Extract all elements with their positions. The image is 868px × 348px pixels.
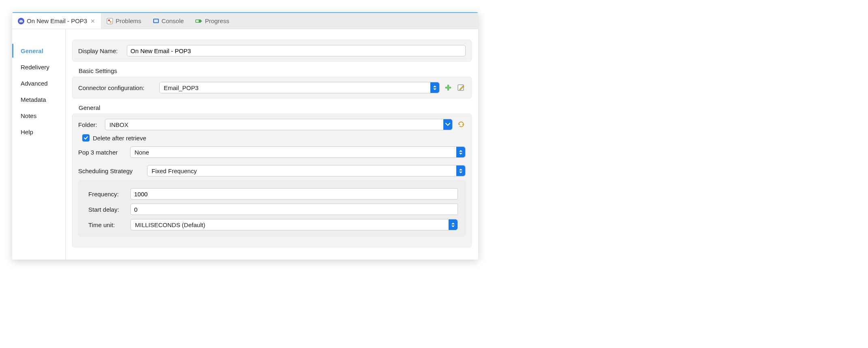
basic-settings-panel: Connector configuration: Email_POP3 — [72, 77, 472, 99]
time-unit-value: MILLISECONDS (Default) — [135, 221, 205, 228]
sidebar-item-label: Advanced — [21, 80, 48, 87]
display-name-input[interactable] — [127, 45, 466, 56]
updown-icon — [456, 147, 465, 157]
sidebar-item-label: General — [21, 47, 43, 54]
svg-point-3 — [108, 19, 110, 21]
delete-after-retrieve-checkbox[interactable] — [82, 134, 90, 142]
start-delay-label: Start delay: — [86, 206, 126, 213]
tab-progress[interactable]: Progress — [190, 13, 235, 29]
svg-rect-8 — [196, 20, 199, 22]
chevron-down-icon — [443, 119, 452, 130]
close-icon[interactable]: ✕ — [90, 18, 95, 24]
tab-console[interactable]: Console — [147, 13, 190, 29]
tab-label: Console — [162, 17, 184, 24]
connector-config-value: Email_POP3 — [164, 84, 199, 91]
frequency-label: Frequency: — [86, 191, 126, 198]
svg-rect-2 — [107, 18, 113, 24]
basic-settings-header: Basic Settings — [79, 67, 472, 74]
updown-icon — [456, 165, 465, 176]
delete-after-retrieve-row[interactable]: Delete after retrieve — [82, 134, 466, 142]
start-delay-input[interactable] — [130, 204, 458, 215]
sidebar-item-notes[interactable]: Notes — [12, 109, 65, 122]
pop3-matcher-value: None — [135, 149, 149, 156]
tab-editor[interactable]: On New Email - POP3 ✕ — [12, 13, 101, 29]
sidebar-item-label: Redelivery — [21, 64, 49, 71]
window: On New Email - POP3 ✕ Problems Console — [12, 12, 478, 260]
refresh-folder-button[interactable] — [457, 120, 466, 129]
tab-problems[interactable]: Problems — [101, 13, 147, 29]
time-unit-label: Time unit: — [86, 221, 126, 228]
problems-icon — [107, 18, 113, 24]
progress-icon — [195, 18, 203, 24]
scheduling-strategy-select[interactable]: Fixed Frequency — [147, 165, 466, 176]
tab-label: On New Email - POP3 — [27, 17, 87, 24]
connector-config-select[interactable]: Email_POP3 — [159, 82, 440, 93]
time-unit-select[interactable]: MILLISECONDS (Default) — [130, 219, 458, 230]
display-name-label: Display Name: — [78, 47, 123, 54]
tab-bar: On New Email - POP3 ✕ Problems Console — [12, 12, 478, 29]
folder-value: INBOX — [109, 121, 128, 128]
sidebar-item-help[interactable]: Help — [12, 125, 65, 139]
pop3-matcher-select[interactable]: None — [130, 146, 466, 158]
svg-rect-6 — [154, 19, 158, 22]
svg-rect-12 — [446, 87, 451, 88]
updown-icon — [430, 82, 439, 93]
connector-config-label: Connector configuration: — [78, 84, 155, 91]
sidebar: General Redelivery Advanced Metadata Not… — [12, 29, 66, 260]
sidebar-item-metadata[interactable]: Metadata — [12, 92, 65, 106]
delete-after-retrieve-label: Delete after retrieve — [93, 135, 146, 142]
sidebar-item-general[interactable]: General — [12, 44, 65, 58]
general-panel: Folder: INBOX — [72, 114, 472, 247]
sidebar-item-label: Help — [21, 129, 33, 135]
sidebar-item-redelivery[interactable]: Redelivery — [12, 60, 65, 74]
tab-label: Progress — [205, 17, 229, 24]
sidebar-item-label: Notes — [21, 112, 36, 119]
frequency-panel: Frequency: Start delay: Time unit: MILLI… — [78, 180, 466, 236]
body: General Redelivery Advanced Metadata Not… — [12, 29, 478, 260]
general-header: General — [79, 104, 472, 111]
frequency-input[interactable] — [130, 188, 458, 200]
console-icon — [153, 18, 159, 24]
add-config-button[interactable] — [444, 83, 453, 92]
updown-icon — [449, 219, 458, 230]
email-icon — [18, 18, 24, 24]
folder-label: Folder: — [78, 121, 101, 128]
scheduling-strategy-label: Scheduling Strategy — [78, 168, 143, 174]
display-name-panel: Display Name: — [72, 40, 472, 62]
tab-label: Problems — [115, 17, 141, 24]
svg-point-4 — [110, 21, 111, 22]
pop3-matcher-label: Pop 3 matcher — [78, 149, 126, 156]
content: Display Name: Basic Settings Connector c… — [66, 29, 478, 260]
sidebar-item-advanced[interactable]: Advanced — [12, 76, 65, 90]
sidebar-item-label: Metadata — [21, 96, 46, 103]
scheduling-strategy-value: Fixed Frequency — [152, 168, 197, 174]
folder-combo[interactable]: INBOX — [105, 119, 453, 130]
edit-config-button[interactable] — [457, 83, 466, 92]
